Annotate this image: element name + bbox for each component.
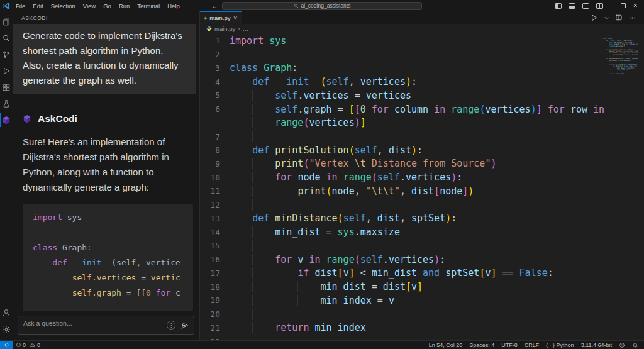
code-line-text: import sys [230,35,286,47]
code-line[interactable]: 18 min_dist = dist[v] [200,280,644,294]
code-line[interactable]: range(vertices)] [200,116,644,130]
remote-indicator[interactable] [0,341,13,349]
menu-help[interactable]: Help [164,0,184,11]
code-line[interactable]: 2 [200,48,644,62]
code-line[interactable]: 12 [200,198,644,212]
menu-go[interactable]: Go [99,0,115,11]
customize-layout-icon[interactable] [596,3,603,9]
command-center[interactable]: ai_coding_assistants [222,2,422,10]
breadcrumb-more: … [242,25,248,32]
line-number: 6 [200,104,230,114]
activity-explorer-icon[interactable] [0,14,13,29]
line-number: 15 [200,241,230,250]
code-line[interactable]: 1import sys [200,34,644,48]
code-line[interactable]: 20 [200,307,644,321]
send-icon[interactable] [180,321,189,330]
activity-settings-icon[interactable] [0,322,13,336]
status-spaces-4[interactable]: Spaces: 4 [469,342,494,348]
tab-bar: main.py ✕ [200,11,644,24]
code-editor[interactable]: 1import sys23class Graph:4 def __init__(… [200,33,644,340]
run-dropdown-chevron-icon[interactable] [604,15,609,21]
code-line-text: print(node, "\t\t", dist[node]) [230,186,474,197]
more-actions-icon[interactable] [628,14,636,22]
run-button-icon[interactable] [590,14,598,22]
menu-edit[interactable]: Edit [29,0,47,11]
activity-run-debug-icon[interactable] [0,64,13,78]
title-bar: FileEditSelectionViewGoRunTerminalHelp ←… [0,0,644,11]
code-line-text: self.graph = [[0 for column in range(ver… [230,104,604,115]
code-line[interactable]: 14 min_dist = sys.maxsize [200,225,644,239]
toggle-primary-sidebar-icon[interactable] [555,3,562,9]
status-crlf[interactable]: CRLF [525,342,540,348]
menu-view[interactable]: View [79,0,99,11]
line-number: 4 [200,77,230,87]
line-number: 19 [200,296,230,305]
code-line[interactable]: 16 for v in range(self.vertices): [200,253,644,267]
status-label: UTF-8 [501,342,518,348]
code-line-text: def minDistance(self, dist, sptSet): [230,213,457,224]
breadcrumb-python-icon [206,26,212,31]
minimap[interactable]: import sysclass Graph: def __init__(self… [602,35,638,77]
code-line[interactable]: 8 def printSolution(self, dist): [200,143,644,157]
activity-extensions-icon[interactable] [0,80,13,94]
minimize-button[interactable]: ─ [610,3,614,9]
code-line-text: min_dist = dist[v] [230,281,423,292]
maximize-button[interactable] [621,3,626,8]
line-number: 16 [200,255,230,264]
activity-accounts-icon[interactable] [0,305,13,319]
tab-close-icon[interactable]: ✕ [233,15,238,21]
code-line[interactable]: 17 if dist[v] < min_dist and sptSet[v] =… [200,266,644,280]
code-line-text: for node in range(self.vertices): [230,172,462,183]
tab-main-py[interactable]: main.py ✕ [200,11,242,24]
code-line[interactable]: 21 return min_index [200,321,644,335]
code-line[interactable]: 3class Graph: [200,61,644,75]
code-line[interactable]: 9 print("Vertex \t Distance from Source"… [200,157,644,171]
menu-terminal[interactable]: Terminal [133,0,164,11]
command-center-label: ai_coding_assistants [301,3,351,9]
askcodi-sidebar: ASKCODI Generate code to implement Dijks… [13,11,200,340]
code-line[interactable]: 6 self.graph = [[0 for column in range(v… [200,102,644,116]
code-line[interactable]: 7 [200,130,644,143]
menu-file[interactable]: File [12,0,29,11]
sidebar-code-line: class Graph: [33,240,193,255]
code-line-text: print("Vertex \t Distance from Source") [230,158,496,169]
code-line[interactable]: 22 [200,335,644,340]
ask-input-actions: ⋮ [167,321,189,330]
ask-question-input[interactable]: Ask a question... ⋮ [18,316,194,335]
status-bell-icon[interactable] [632,342,638,348]
status-ln-54-col-20[interactable]: Ln 54, Col 20 [429,342,463,348]
activity-search-icon[interactable] [0,31,13,45]
vscode-window: { "window": { "menus": ["File","Edit","S… [0,0,644,349]
tab-label: main.py [209,14,230,21]
warning-count: 0 [37,342,40,348]
toggle-panel-icon[interactable] [569,3,575,9]
menu-selection[interactable]: Selection [47,0,79,11]
code-line[interactable]: 15 [200,239,644,253]
code-line[interactable]: 10 for node in range(self.vertices): [200,170,644,184]
problems-summary[interactable]: 0 0 [13,342,43,348]
code-line[interactable]: 19 min_index = v [200,294,644,307]
sidebar-code-line: import sys [33,210,193,225]
sidebar-code-line: self.graph = [[0 for c [33,285,193,301]
breadcrumb[interactable]: main.py › … [200,24,644,33]
code-line[interactable]: 11 print(node, "\t\t", dist[node]) [200,184,644,198]
activity-source-control-icon[interactable] [0,47,13,62]
editor-group: main.py ✕ main.py › … 1import sys23class… [200,11,644,340]
code-line[interactable]: 5 self.vertices = vertices [200,89,644,102]
close-window-button[interactable]: ✕ [633,3,638,9]
activity-askcodi-icon[interactable] [0,113,13,127]
menu-run[interactable]: Run [115,0,133,11]
split-editor-icon[interactable] [615,14,623,21]
code-line[interactable]: 13 def minDistance(self, dist, sptSet): [200,212,644,226]
sidebar-code-line: self.vertices = vertic [33,270,193,285]
activity-testing-icon[interactable] [0,96,13,111]
code-line[interactable]: 4 def __init__(self, vertices): [200,75,644,89]
back-arrow-icon[interactable]: ← [211,3,218,9]
status-feedback-icon[interactable] [619,342,625,348]
toggle-secondary-sidebar-icon[interactable] [582,3,589,9]
more-options-icon[interactable]: ⋮ [167,321,175,330]
status-utf-8[interactable]: UTF-8 [501,342,518,348]
line-number: 9 [200,159,230,169]
status-python[interactable]: {…}Python [546,342,574,348]
status-3-11-4-64-bit[interactable]: 3.11.4 64-bit [581,342,612,348]
